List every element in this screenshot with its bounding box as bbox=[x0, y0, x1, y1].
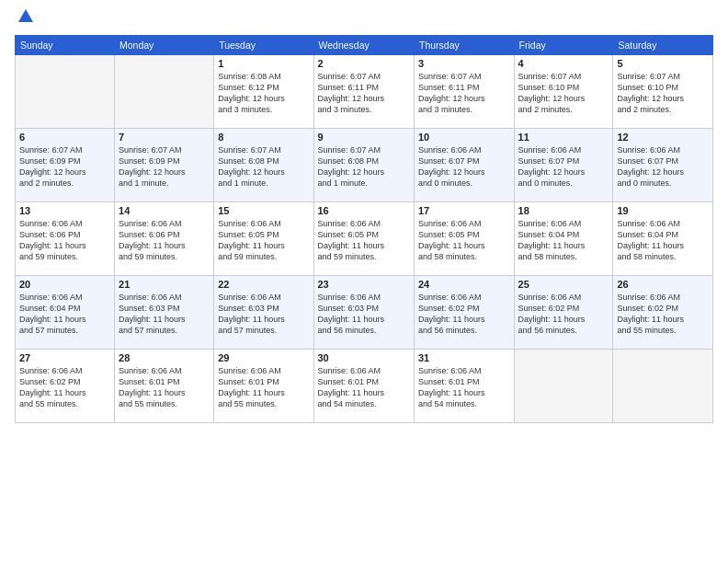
day-number: 30 bbox=[318, 352, 410, 363]
calendar-cell: 14Sunrise: 6:06 AM Sunset: 6:06 PM Dayli… bbox=[115, 202, 214, 276]
calendar-cell: 10Sunrise: 6:06 AM Sunset: 6:07 PM Dayli… bbox=[414, 129, 514, 202]
day-number: 5 bbox=[617, 58, 709, 69]
day-number: 10 bbox=[418, 132, 510, 143]
day-number: 7 bbox=[119, 132, 210, 143]
day-number: 20 bbox=[19, 279, 110, 290]
day-number: 12 bbox=[617, 132, 709, 143]
calendar-cell: 2Sunrise: 6:07 AM Sunset: 6:11 PM Daylig… bbox=[313, 55, 414, 129]
day-number: 6 bbox=[19, 132, 110, 143]
day-number: 24 bbox=[418, 279, 510, 290]
calendar-cell bbox=[613, 350, 713, 423]
calendar-cell: 20Sunrise: 6:06 AM Sunset: 6:04 PM Dayli… bbox=[16, 276, 115, 350]
calendar-week-4: 20Sunrise: 6:06 AM Sunset: 6:04 PM Dayli… bbox=[16, 276, 713, 350]
weekday-header-thursday: Thursday bbox=[414, 36, 514, 55]
calendar-cell: 31Sunrise: 6:06 AM Sunset: 6:01 PM Dayli… bbox=[414, 350, 514, 423]
day-number: 22 bbox=[218, 279, 309, 290]
calendar: SundayMondayTuesdayWednesdayThursdayFrid… bbox=[15, 35, 713, 423]
calendar-cell: 27Sunrise: 6:06 AM Sunset: 6:02 PM Dayli… bbox=[16, 350, 115, 423]
logo-icon bbox=[17, 7, 35, 26]
day-number: 16 bbox=[318, 205, 410, 216]
day-info: Sunrise: 6:07 AM Sunset: 6:09 PM Dayligh… bbox=[19, 144, 110, 190]
day-info: Sunrise: 6:06 AM Sunset: 6:05 PM Dayligh… bbox=[318, 218, 410, 263]
day-number: 8 bbox=[218, 132, 309, 143]
svg-marker-0 bbox=[18, 9, 33, 22]
calendar-cell: 16Sunrise: 6:06 AM Sunset: 6:05 PM Dayli… bbox=[313, 202, 414, 276]
page: SundayMondayTuesdayWednesdayThursdayFrid… bbox=[0, 0, 728, 563]
weekday-header-sunday: Sunday bbox=[16, 36, 115, 55]
calendar-cell: 6Sunrise: 6:07 AM Sunset: 6:09 PM Daylig… bbox=[16, 129, 115, 202]
day-number: 19 bbox=[617, 205, 709, 216]
day-info: Sunrise: 6:06 AM Sunset: 6:04 PM Dayligh… bbox=[617, 218, 709, 263]
day-number: 27 bbox=[19, 352, 110, 363]
calendar-cell: 23Sunrise: 6:06 AM Sunset: 6:03 PM Dayli… bbox=[313, 276, 414, 350]
day-info: Sunrise: 6:07 AM Sunset: 6:11 PM Dayligh… bbox=[418, 71, 510, 116]
day-number: 9 bbox=[318, 132, 410, 143]
day-number: 11 bbox=[518, 132, 609, 143]
day-number: 21 bbox=[119, 279, 210, 290]
day-info: Sunrise: 6:06 AM Sunset: 6:03 PM Dayligh… bbox=[318, 292, 410, 337]
day-info: Sunrise: 6:06 AM Sunset: 6:04 PM Dayligh… bbox=[19, 292, 110, 337]
day-number: 29 bbox=[218, 352, 309, 363]
day-info: Sunrise: 6:07 AM Sunset: 6:10 PM Dayligh… bbox=[518, 71, 609, 116]
day-info: Sunrise: 6:06 AM Sunset: 6:01 PM Dayligh… bbox=[119, 365, 210, 410]
day-info: Sunrise: 6:06 AM Sunset: 6:02 PM Dayligh… bbox=[19, 365, 110, 410]
weekday-header-saturday: Saturday bbox=[613, 36, 713, 55]
day-info: Sunrise: 6:06 AM Sunset: 6:02 PM Dayligh… bbox=[518, 292, 609, 337]
calendar-cell: 17Sunrise: 6:06 AM Sunset: 6:05 PM Dayli… bbox=[414, 202, 514, 276]
day-number: 26 bbox=[617, 279, 709, 290]
weekday-header-tuesday: Tuesday bbox=[214, 36, 313, 55]
weekday-header-wednesday: Wednesday bbox=[313, 36, 414, 55]
day-info: Sunrise: 6:06 AM Sunset: 6:05 PM Dayligh… bbox=[218, 218, 309, 263]
day-number: 28 bbox=[119, 352, 210, 363]
day-number: 1 bbox=[218, 58, 309, 69]
calendar-cell: 5Sunrise: 6:07 AM Sunset: 6:10 PM Daylig… bbox=[613, 55, 713, 129]
calendar-cell: 15Sunrise: 6:06 AM Sunset: 6:05 PM Dayli… bbox=[214, 202, 313, 276]
day-info: Sunrise: 6:06 AM Sunset: 6:02 PM Dayligh… bbox=[617, 292, 709, 337]
weekday-header-friday: Friday bbox=[514, 36, 613, 55]
day-info: Sunrise: 6:07 AM Sunset: 6:08 PM Dayligh… bbox=[318, 144, 410, 190]
calendar-cell bbox=[16, 55, 115, 129]
calendar-week-2: 6Sunrise: 6:07 AM Sunset: 6:09 PM Daylig… bbox=[16, 129, 713, 202]
calendar-cell: 1Sunrise: 6:08 AM Sunset: 6:12 PM Daylig… bbox=[214, 55, 313, 129]
calendar-cell: 3Sunrise: 6:07 AM Sunset: 6:11 PM Daylig… bbox=[414, 55, 514, 129]
calendar-cell: 30Sunrise: 6:06 AM Sunset: 6:01 PM Dayli… bbox=[313, 350, 414, 423]
calendar-cell: 12Sunrise: 6:06 AM Sunset: 6:07 PM Dayli… bbox=[613, 129, 713, 202]
calendar-cell: 29Sunrise: 6:06 AM Sunset: 6:01 PM Dayli… bbox=[214, 350, 313, 423]
day-info: Sunrise: 6:06 AM Sunset: 6:06 PM Dayligh… bbox=[119, 218, 210, 263]
day-info: Sunrise: 6:06 AM Sunset: 6:07 PM Dayligh… bbox=[617, 144, 709, 190]
calendar-cell: 25Sunrise: 6:06 AM Sunset: 6:02 PM Dayli… bbox=[514, 276, 613, 350]
calendar-cell: 21Sunrise: 6:06 AM Sunset: 6:03 PM Dayli… bbox=[115, 276, 214, 350]
day-info: Sunrise: 6:06 AM Sunset: 6:04 PM Dayligh… bbox=[518, 218, 609, 263]
day-info: Sunrise: 6:08 AM Sunset: 6:12 PM Dayligh… bbox=[218, 71, 309, 116]
calendar-cell: 18Sunrise: 6:06 AM Sunset: 6:04 PM Dayli… bbox=[514, 202, 613, 276]
day-info: Sunrise: 6:06 AM Sunset: 6:05 PM Dayligh… bbox=[418, 218, 510, 263]
day-info: Sunrise: 6:07 AM Sunset: 6:11 PM Dayligh… bbox=[318, 71, 410, 116]
calendar-cell: 9Sunrise: 6:07 AM Sunset: 6:08 PM Daylig… bbox=[313, 129, 414, 202]
day-info: Sunrise: 6:06 AM Sunset: 6:01 PM Dayligh… bbox=[318, 365, 410, 410]
calendar-cell: 19Sunrise: 6:06 AM Sunset: 6:04 PM Dayli… bbox=[613, 202, 713, 276]
calendar-cell: 11Sunrise: 6:06 AM Sunset: 6:07 PM Dayli… bbox=[514, 129, 613, 202]
day-info: Sunrise: 6:06 AM Sunset: 6:01 PM Dayligh… bbox=[218, 365, 309, 410]
calendar-cell bbox=[115, 55, 214, 129]
day-number: 14 bbox=[119, 205, 210, 216]
calendar-week-3: 13Sunrise: 6:06 AM Sunset: 6:06 PM Dayli… bbox=[16, 202, 713, 276]
day-info: Sunrise: 6:06 AM Sunset: 6:07 PM Dayligh… bbox=[518, 144, 609, 190]
calendar-cell: 8Sunrise: 6:07 AM Sunset: 6:08 PM Daylig… bbox=[214, 129, 313, 202]
calendar-cell: 13Sunrise: 6:06 AM Sunset: 6:06 PM Dayli… bbox=[16, 202, 115, 276]
day-number: 13 bbox=[19, 205, 110, 216]
calendar-cell: 4Sunrise: 6:07 AM Sunset: 6:10 PM Daylig… bbox=[514, 55, 613, 129]
calendar-cell: 24Sunrise: 6:06 AM Sunset: 6:02 PM Dayli… bbox=[414, 276, 514, 350]
day-number: 18 bbox=[518, 205, 609, 216]
header bbox=[15, 15, 713, 26]
day-info: Sunrise: 6:07 AM Sunset: 6:09 PM Dayligh… bbox=[119, 144, 210, 190]
day-number: 15 bbox=[218, 205, 309, 216]
calendar-cell: 26Sunrise: 6:06 AM Sunset: 6:02 PM Dayli… bbox=[613, 276, 713, 350]
calendar-week-1: 1Sunrise: 6:08 AM Sunset: 6:12 PM Daylig… bbox=[16, 55, 713, 129]
calendar-cell bbox=[514, 350, 613, 423]
day-number: 3 bbox=[418, 58, 510, 69]
day-info: Sunrise: 6:06 AM Sunset: 6:02 PM Dayligh… bbox=[418, 292, 510, 337]
day-number: 2 bbox=[318, 58, 410, 69]
calendar-cell: 28Sunrise: 6:06 AM Sunset: 6:01 PM Dayli… bbox=[115, 350, 214, 423]
day-info: Sunrise: 6:06 AM Sunset: 6:07 PM Dayligh… bbox=[418, 144, 510, 190]
day-info: Sunrise: 6:06 AM Sunset: 6:01 PM Dayligh… bbox=[418, 365, 510, 410]
